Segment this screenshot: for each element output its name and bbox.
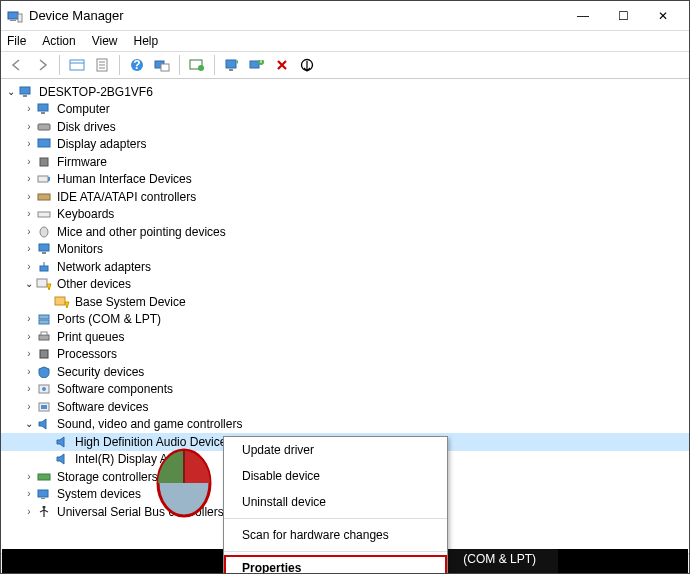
svg-rect-3 xyxy=(70,60,84,70)
tree-item-software-devices[interactable]: ›Software devices xyxy=(1,398,689,416)
chevron-right-icon[interactable]: › xyxy=(23,223,35,241)
show-hidden-button[interactable] xyxy=(67,55,87,75)
chevron-right-icon[interactable]: › xyxy=(23,100,35,118)
help-button[interactable]: ? xyxy=(127,55,147,75)
svg-rect-41 xyxy=(39,335,49,340)
chevron-right-icon[interactable]: › xyxy=(23,380,35,398)
ctx-properties[interactable]: Properties xyxy=(224,555,447,574)
chevron-down-icon[interactable]: ⌄ xyxy=(5,83,17,101)
sound-icon xyxy=(53,434,71,450)
tree-item-processors[interactable]: ›Processors xyxy=(1,346,689,364)
menu-view[interactable]: View xyxy=(92,34,118,48)
svg-rect-37 xyxy=(37,279,47,287)
chevron-right-icon[interactable]: › xyxy=(23,363,35,381)
svg-rect-1 xyxy=(10,20,16,21)
printer-icon xyxy=(35,329,53,345)
svg-rect-35 xyxy=(40,266,48,271)
svg-rect-2 xyxy=(18,14,22,22)
menu-separator xyxy=(224,518,447,519)
chevron-right-icon[interactable]: › xyxy=(23,398,35,416)
svg-rect-50 xyxy=(41,498,45,499)
svg-rect-42 xyxy=(41,332,47,335)
menu-help[interactable]: Help xyxy=(134,34,159,48)
usb-icon xyxy=(35,504,53,520)
svg-rect-34 xyxy=(42,252,46,254)
chevron-right-icon[interactable]: › xyxy=(23,135,35,153)
forward-button[interactable] xyxy=(32,55,52,75)
update-driver-button[interactable] xyxy=(222,55,242,75)
tree-item-network[interactable]: ›Network adapters xyxy=(1,258,689,276)
tree-item-firmware[interactable]: ›Firmware xyxy=(1,153,689,171)
chevron-right-icon[interactable]: › xyxy=(23,503,35,521)
chip-icon xyxy=(35,154,53,170)
tree-label: Human Interface Devices xyxy=(57,170,192,188)
tree-item-computer[interactable]: ›Computer xyxy=(1,101,689,119)
tree-item-software-components[interactable]: ›Software components xyxy=(1,381,689,399)
maximize-button[interactable]: ☐ xyxy=(603,2,643,30)
chevron-right-icon[interactable]: › xyxy=(23,153,35,171)
ctx-scan-hardware[interactable]: Scan for hardware changes xyxy=(224,522,447,548)
tree-item-monitors[interactable]: ›Monitors xyxy=(1,241,689,259)
system-icon xyxy=(35,486,53,502)
menu-action[interactable]: Action xyxy=(42,34,75,48)
devices-button[interactable] xyxy=(152,55,172,75)
cpu-icon xyxy=(35,346,53,362)
tree-item-mice[interactable]: ›Mice and other pointing devices xyxy=(1,223,689,241)
chevron-right-icon[interactable]: › xyxy=(23,310,35,328)
tree-item-keyboards[interactable]: ›Keyboards xyxy=(1,206,689,224)
back-button[interactable] xyxy=(7,55,27,75)
menu-file[interactable]: File xyxy=(7,34,26,48)
menubar: File Action View Help xyxy=(1,31,689,51)
scan-hardware-button[interactable] xyxy=(187,55,207,75)
tree-item-display-adapters[interactable]: ›Display adapters xyxy=(1,136,689,154)
tree-item-ports[interactable]: ›Ports (COM & LPT) xyxy=(1,311,689,329)
svg-rect-12 xyxy=(161,64,169,71)
tree-item-disk-drives[interactable]: ›Disk drives xyxy=(1,118,689,136)
chevron-right-icon[interactable]: › xyxy=(23,188,35,206)
svg-point-51 xyxy=(43,506,46,509)
sound-icon xyxy=(35,416,53,432)
chevron-right-icon[interactable]: › xyxy=(23,485,35,503)
chevron-down-icon[interactable]: ⌄ xyxy=(23,275,35,293)
chevron-right-icon[interactable]: › xyxy=(23,240,35,258)
tree-item-base-system-device[interactable]: Base System Device xyxy=(1,293,689,311)
tree-item-security-devices[interactable]: ›Security devices xyxy=(1,363,689,381)
tree-label: Display adapters xyxy=(57,135,146,153)
uninstall-button[interactable] xyxy=(272,55,292,75)
chevron-right-icon[interactable]: › xyxy=(23,345,35,363)
keyboard-icon xyxy=(35,206,53,222)
ctx-uninstall-device[interactable]: Uninstall device xyxy=(224,489,447,515)
disable-button[interactable] xyxy=(297,55,317,75)
svg-rect-29 xyxy=(48,177,50,181)
minimize-button[interactable]: — xyxy=(563,2,603,30)
tree-item-ide[interactable]: ›IDE ATA/ATAPI controllers xyxy=(1,188,689,206)
menu-separator xyxy=(224,551,447,552)
tree-item-other-devices[interactable]: ⌄Other devices xyxy=(1,276,689,294)
svg-rect-49 xyxy=(38,490,48,497)
chevron-right-icon[interactable]: › xyxy=(23,118,35,136)
app-icon xyxy=(7,8,23,24)
tree-root[interactable]: ⌄ DESKTOP-2BG1VF6 xyxy=(1,83,689,101)
hid-icon xyxy=(35,171,53,187)
monitor-icon xyxy=(35,241,53,257)
chevron-right-icon[interactable]: › xyxy=(23,468,35,486)
ctx-disable-device[interactable]: Disable device xyxy=(224,463,447,489)
chevron-right-icon[interactable]: › xyxy=(23,328,35,346)
properties-button[interactable] xyxy=(92,55,112,75)
chevron-right-icon[interactable]: › xyxy=(23,205,35,223)
add-legacy-button[interactable]: + xyxy=(247,55,267,75)
svg-text:+: + xyxy=(257,58,264,67)
tree-item-hid[interactable]: ›Human Interface Devices xyxy=(1,171,689,189)
chevron-right-icon[interactable]: › xyxy=(23,258,35,276)
close-button[interactable]: ✕ xyxy=(643,2,683,30)
titlebar: Device Manager — ☐ ✕ xyxy=(1,1,689,31)
chevron-down-icon[interactable]: ⌄ xyxy=(23,415,35,433)
ctx-update-driver[interactable]: Update driver xyxy=(224,437,447,463)
tree-label: Keyboards xyxy=(57,205,114,223)
mouse-annotation-icon xyxy=(155,448,213,518)
tree-item-sound-controllers[interactable]: ⌄Sound, video and game controllers xyxy=(1,416,689,434)
svg-rect-23 xyxy=(38,104,48,111)
tree-item-print-queues[interactable]: ›Print queues xyxy=(1,328,689,346)
chevron-right-icon[interactable]: › xyxy=(23,170,35,188)
warning-device-icon xyxy=(35,276,53,292)
